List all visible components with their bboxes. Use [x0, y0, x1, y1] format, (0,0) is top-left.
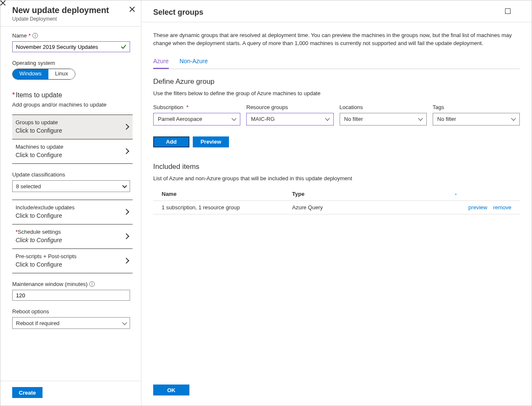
subscription-label: Subscription *: [153, 104, 240, 110]
maximize-icon[interactable]: [505, 8, 511, 14]
define-sub: Use the filters below to define the grou…: [153, 90, 520, 96]
add-button[interactable]: Add: [153, 136, 189, 147]
close-icon[interactable]: [518, 8, 524, 14]
chevron-right-icon: [123, 233, 129, 239]
row-type: Azure Query: [292, 204, 427, 211]
chevron-right-icon: [123, 123, 129, 129]
row-value: Click to Configure: [16, 212, 74, 219]
name-input[interactable]: [12, 41, 130, 52]
reboot-select[interactable]: Reboot if required: [12, 317, 130, 329]
row-machines-to-update[interactable]: Machines to update Click to Configure: [12, 139, 133, 164]
close-icon[interactable]: [129, 6, 135, 12]
right-footer: OK: [141, 379, 532, 406]
row-schedule-settings[interactable]: *Schedule settings Click to Configure: [12, 224, 133, 249]
resource-groups-value: MAIC-RG: [251, 116, 274, 122]
row-include-exclude[interactable]: Include/exclude updates Click to Configu…: [12, 200, 133, 224]
row-value: Click to Configure: [16, 237, 62, 243]
left-body: Name * i Operating system Windows Linux …: [0, 27, 141, 381]
left-footer: Create: [0, 381, 141, 406]
items-subtext: Add groups and/or machines to update: [12, 102, 133, 108]
tab-non-azure[interactable]: Non-Azure: [180, 58, 208, 69]
intro-text: These are dynamic groups that are resolv…: [153, 32, 520, 48]
included-heading: Included items: [153, 163, 520, 171]
maintenance-input[interactable]: [12, 290, 130, 301]
row-label: Groups to update: [16, 119, 62, 126]
os-option-windows[interactable]: Windows: [13, 69, 48, 79]
row-label: Pre-scripts + Post-scripts: [16, 253, 77, 259]
items-heading: *Items to update: [12, 91, 133, 99]
name-label-text: Name: [12, 32, 27, 39]
col-name[interactable]: Name: [162, 191, 292, 197]
right-panel: Select groups These are dynamic groups t…: [141, 0, 532, 406]
left-panel-header: New update deployment Update Deployment: [0, 0, 141, 27]
chevron-right-icon: [123, 148, 129, 154]
subscription-select[interactable]: Parnell Aerospace: [153, 113, 240, 126]
remove-link[interactable]: remove: [493, 204, 511, 211]
checkmark-icon: [121, 44, 127, 50]
right-header: Select groups: [141, 0, 532, 22]
col-sort-placeholder[interactable]: -: [427, 191, 457, 197]
preview-link[interactable]: preview: [468, 204, 487, 211]
row-label: Include/exclude updates: [16, 204, 74, 211]
resource-groups-label: Resource groups: [246, 104, 333, 110]
tab-azure[interactable]: Azure: [153, 58, 169, 69]
tags-value: No filter: [437, 116, 456, 122]
row-name: 1 subscription, 1 resource group: [162, 204, 292, 211]
chevron-down-icon: [122, 183, 127, 188]
classifications-value: 8 selected: [16, 183, 41, 190]
chevron-right-icon: [123, 208, 129, 214]
reboot-value: Reboot if required: [16, 320, 59, 326]
row-pre-post-scripts[interactable]: Pre-scripts + Post-scripts Click to Conf…: [12, 249, 133, 273]
col-type[interactable]: Type: [292, 191, 427, 197]
create-button[interactable]: Create: [12, 387, 43, 398]
tags-select[interactable]: No filter: [433, 113, 520, 126]
classifications-label: Update classifications: [12, 171, 133, 178]
preview-button[interactable]: Preview: [193, 136, 229, 147]
resource-groups-select[interactable]: MAIC-RG: [246, 113, 333, 126]
chevron-down-icon: [122, 320, 127, 325]
included-table: Name Type - 1 subscription, 1 resource g…: [153, 187, 520, 214]
os-label: Operating system: [12, 60, 133, 66]
info-icon[interactable]: i: [32, 33, 38, 38]
filter-row: Subscription * Parnell Aerospace Resourc…: [153, 104, 520, 126]
tags-label: Tags: [433, 104, 520, 110]
chevron-down-icon: [511, 116, 516, 121]
define-heading: Define Azure group: [153, 77, 520, 86]
tabs: Azure Non-Azure: [153, 58, 520, 69]
locations-select[interactable]: No filter: [340, 113, 427, 126]
chevron-down-icon: [418, 116, 423, 121]
subscription-value: Parnell Aerospace: [158, 116, 202, 122]
table-row: 1 subscription, 1 resource group Azure Q…: [153, 201, 520, 214]
chevron-right-icon: [123, 257, 129, 263]
right-title: Select groups: [153, 8, 203, 17]
panel-title: New update deployment: [12, 5, 133, 15]
maintenance-label: Maintenance window (minutes) i: [12, 281, 133, 287]
table-header: Name Type -: [153, 187, 520, 201]
ok-button[interactable]: OK: [153, 385, 189, 395]
locations-value: No filter: [344, 116, 363, 122]
row-groups-to-update[interactable]: Groups to update Click to Configure: [12, 115, 133, 139]
reboot-label: Reboot options: [12, 308, 133, 315]
name-label: Name * i: [12, 32, 133, 39]
panel-subtitle: Update Deployment: [12, 16, 133, 22]
right-body: These are dynamic groups that are resolv…: [141, 22, 532, 379]
classifications-select[interactable]: 8 selected: [12, 180, 130, 192]
info-icon[interactable]: i: [89, 281, 95, 287]
os-option-linux[interactable]: Linux: [48, 69, 75, 79]
required-asterisk: *: [29, 32, 31, 39]
left-panel: New update deployment Update Deployment …: [0, 0, 141, 406]
chevron-down-icon: [325, 116, 330, 121]
row-value: Click to Configure: [16, 127, 62, 134]
locations-label: Locations: [340, 104, 427, 110]
row-value: Click to Configure: [16, 152, 63, 158]
row-value: Click to Configure: [16, 261, 77, 268]
included-sub: List of Azure and non-Azure groups that …: [153, 175, 520, 182]
row-label: Machines to update: [16, 144, 63, 150]
os-toggle[interactable]: Windows Linux: [12, 69, 75, 80]
chevron-down-icon: [232, 116, 237, 121]
row-label: *Schedule settings: [16, 229, 62, 235]
